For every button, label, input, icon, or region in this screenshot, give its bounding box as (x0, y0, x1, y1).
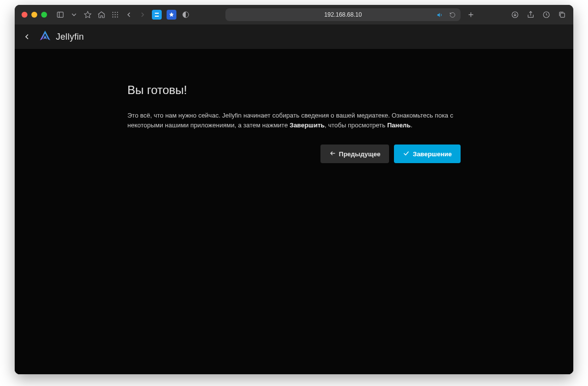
audio-playing-icon[interactable] (435, 10, 444, 19)
svg-point-5 (117, 12, 118, 13)
previous-button-label: Предыдущее (339, 150, 381, 158)
body-bold-1: Завершить (290, 121, 325, 129)
new-tab-icon[interactable] (466, 10, 475, 19)
browser-chrome: 192.168.68.10 (15, 5, 573, 24)
previous-button[interactable]: Предыдущее (320, 145, 390, 163)
svg-rect-0 (57, 12, 63, 18)
minimize-window-icon[interactable] (31, 12, 37, 18)
arrow-left-icon (329, 150, 336, 158)
sidebar-toggle-icon[interactable] (56, 10, 65, 19)
body-bold-2: Панель (387, 121, 411, 129)
app-area: Jellyfin Вы готовы! Это всё, что нам нуж… (15, 24, 573, 374)
svg-point-4 (115, 12, 116, 13)
svg-point-9 (112, 17, 113, 18)
bookmark-star-icon[interactable] (83, 10, 92, 19)
address-bar[interactable]: 192.168.68.10 (225, 8, 461, 21)
wizard-finished-panel: Вы готовы! Это всё, что нам нужно сейчас… (127, 83, 461, 374)
toolbar-right (511, 10, 566, 19)
nav-back-icon[interactable] (124, 10, 133, 19)
nav-forward-icon[interactable] (138, 10, 147, 19)
downloads-icon[interactable] (511, 10, 519, 19)
body-part-3: . (411, 121, 413, 129)
svg-point-6 (112, 14, 113, 15)
svg-point-3 (112, 12, 113, 13)
svg-point-8 (117, 14, 118, 15)
app-brand-name: Jellyfin (56, 32, 84, 42)
back-button[interactable] (23, 32, 31, 41)
share-icon[interactable] (526, 10, 535, 19)
reload-icon[interactable] (448, 10, 457, 19)
app-header: Jellyfin (15, 24, 573, 49)
svg-marker-2 (84, 11, 91, 18)
svg-rect-19 (561, 13, 565, 18)
address-url: 192.168.68.10 (324, 11, 362, 18)
finish-button[interactable]: Завершение (394, 145, 461, 163)
svg-point-11 (117, 17, 118, 18)
check-icon (403, 150, 410, 158)
tabs-overview-icon[interactable] (558, 10, 566, 19)
extension-badge-1-icon[interactable] (152, 10, 162, 20)
svg-point-10 (115, 17, 116, 18)
home-icon[interactable] (97, 10, 106, 19)
history-icon[interactable] (542, 10, 551, 19)
finish-button-label: Завершение (413, 150, 452, 158)
wizard-button-row: Предыдущее Завершение (127, 145, 461, 163)
close-window-icon[interactable] (22, 12, 27, 18)
wizard-body-text: Это всё, что нам нужно сейчас. Jellyfin … (127, 111, 461, 130)
wizard-title: Вы готовы! (127, 83, 461, 97)
apps-grid-icon[interactable] (111, 10, 120, 19)
toolbar-left (56, 10, 190, 20)
address-bar-right-icons (435, 10, 457, 19)
extension-badge-2-icon[interactable] (167, 10, 176, 20)
chevron-down-icon[interactable] (70, 10, 78, 19)
jellyfin-logo-icon (38, 29, 52, 45)
browser-window: 192.168.68.10 (15, 5, 573, 374)
zoom-window-icon[interactable] (41, 12, 47, 18)
body-part-2: , чтобы просмотреть (325, 121, 388, 129)
address-bar-container: 192.168.68.10 (201, 8, 500, 21)
content-area: Вы готовы! Это всё, что нам нужно сейчас… (15, 49, 573, 374)
traffic-lights (22, 12, 47, 18)
contrast-shield-icon[interactable] (181, 10, 190, 19)
svg-point-7 (115, 14, 116, 15)
app-logo[interactable]: Jellyfin (38, 29, 84, 45)
